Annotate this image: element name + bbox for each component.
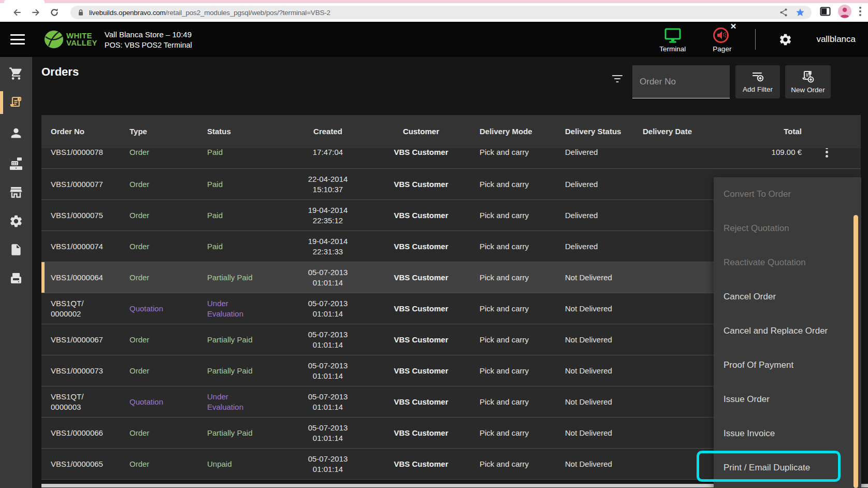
logged-in-user[interactable]: vallblanca	[816, 34, 856, 45]
screen: livebuilds.openbravo.com/retail_pos2_mod…	[0, 0, 868, 488]
main-content: Orders Add Filter New Order Order NoType…	[32, 57, 868, 488]
white-valley-logo: WHITEVALLEY	[44, 30, 97, 49]
browser-chrome: livebuilds.openbravo.com/retail_pos2_mod…	[0, 0, 868, 22]
vertical-scrollbar[interactable]	[853, 215, 858, 488]
filter-icon[interactable]	[611, 74, 624, 86]
context-menu-item: Reject Quotation	[714, 211, 861, 246]
context-menu-item[interactable]: Cancel and Replace Order	[714, 314, 861, 348]
table-row[interactable]: VBS1/0000078OrderPaid17:47:04VBS Custome…	[41, 148, 861, 168]
gear-icon	[9, 214, 23, 228]
document-icon	[9, 243, 23, 256]
sidebar-item-documents[interactable]	[0, 238, 32, 262]
logo-globe-icon	[44, 30, 64, 49]
back-icon[interactable]	[10, 6, 24, 19]
shopping-cart-icon	[9, 66, 23, 81]
context-menu-item[interactable]: Issue Invoice	[714, 417, 861, 451]
app-header: WHITEVALLEY Vall Blanca Store – 10:49 PO…	[0, 22, 868, 57]
store-name-time: Vall Blanca Store – 10:49	[105, 30, 192, 39]
context-menu-item[interactable]: Cancel Order	[714, 280, 861, 314]
new-order-button[interactable]: New Order	[785, 65, 831, 98]
reload-icon[interactable]	[48, 6, 61, 19]
sidebar-item-printer[interactable]	[0, 267, 32, 291]
terminal-label: Terminal	[659, 45, 686, 53]
order-no-search-input[interactable]	[632, 65, 730, 98]
column-header: Created	[284, 115, 372, 148]
column-header	[802, 115, 851, 148]
context-menu-item[interactable]: Proof Of Payment	[714, 348, 861, 382]
bookmark-star-icon[interactable]	[794, 6, 806, 19]
header-divider	[755, 29, 756, 50]
row-context-menu: Convert To OrderReject QuotationReactiva…	[714, 177, 861, 488]
browser-menu-kebab-icon[interactable]	[859, 6, 862, 19]
terminal-status-button[interactable]: Terminal	[659, 26, 686, 53]
terminal-monitor-icon	[664, 26, 682, 44]
add-filter-label: Add Filter	[743, 85, 773, 93]
cash-register-icon	[8, 156, 24, 171]
browser-toolbar: livebuilds.openbravo.com/retail_pos2_mod…	[0, 3, 868, 22]
column-header: Total	[711, 115, 802, 148]
add-filter-button[interactable]: Add Filter	[735, 65, 780, 98]
pager-disabled-x-icon: ✕	[730, 22, 737, 31]
context-menu-item[interactable]: Print / Email Duplicate	[714, 451, 861, 485]
sidebar-item-cash-register[interactable]	[0, 152, 32, 176]
column-header: Delivery Date	[633, 115, 711, 148]
profile-avatar[interactable]	[837, 4, 852, 21]
settings-gear-icon[interactable]	[778, 33, 792, 47]
browser-tab-strip	[0, 0, 868, 3]
column-header: Delivery Mode	[470, 115, 556, 148]
receipt-icon	[9, 95, 23, 110]
column-header: Customer	[372, 115, 470, 148]
sidebar	[0, 57, 32, 488]
sidebar-item-settings[interactable]	[0, 209, 32, 233]
url-text: livebuilds.openbravo.com/retail_pos2_mod…	[89, 9, 330, 17]
hamburger-menu-icon[interactable]	[10, 34, 25, 45]
context-menu-item: Reactivate Quotation	[714, 246, 861, 280]
column-header: Delivery Status	[556, 115, 633, 148]
url-path: /retail_pos2_modules_pgsql/web/pos/?term…	[166, 9, 330, 17]
store-icon	[9, 185, 23, 199]
person-icon	[9, 126, 23, 140]
column-header: Order No	[51, 115, 129, 148]
side-panel-icon[interactable]	[820, 7, 831, 18]
forward-icon[interactable]	[29, 6, 42, 19]
new-order-label: New Order	[791, 86, 824, 94]
context-menu-item[interactable]: Issue Order	[714, 382, 861, 417]
lock-icon	[77, 8, 85, 17]
pager-status-button[interactable]: ✕ Pager	[713, 26, 731, 53]
printer-icon	[9, 271, 23, 286]
add-filter-icon	[750, 70, 765, 84]
row-actions-kebab-icon[interactable]	[823, 148, 830, 160]
sidebar-item-sales[interactable]	[0, 62, 32, 85]
pager-speaker-icon: ✕	[713, 26, 731, 44]
pager-label: Pager	[713, 45, 731, 53]
new-order-icon	[801, 70, 815, 84]
table-header-row: Order NoTypeStatusCreatedCustomerDeliver…	[41, 115, 861, 148]
active-tab[interactable]	[4, 0, 45, 3]
page-title: Orders	[41, 65, 79, 79]
column-header: Type	[129, 115, 207, 148]
pos-terminal-name: POS: VBS POS2 Terminal	[105, 41, 192, 49]
share-icon[interactable]	[777, 6, 790, 19]
sidebar-item-orders[interactable]	[0, 91, 32, 114]
url-bar[interactable]: livebuilds.openbravo.com/retail_pos2_mod…	[70, 6, 812, 19]
column-header: Status	[207, 115, 284, 148]
url-domain: livebuilds.openbravo.com	[89, 9, 166, 17]
sidebar-item-store[interactable]	[0, 180, 32, 204]
sidebar-item-customers[interactable]	[0, 121, 32, 145]
logo-text-line2: VALLEY	[66, 39, 97, 47]
context-menu-item: Convert To Order	[714, 177, 861, 211]
